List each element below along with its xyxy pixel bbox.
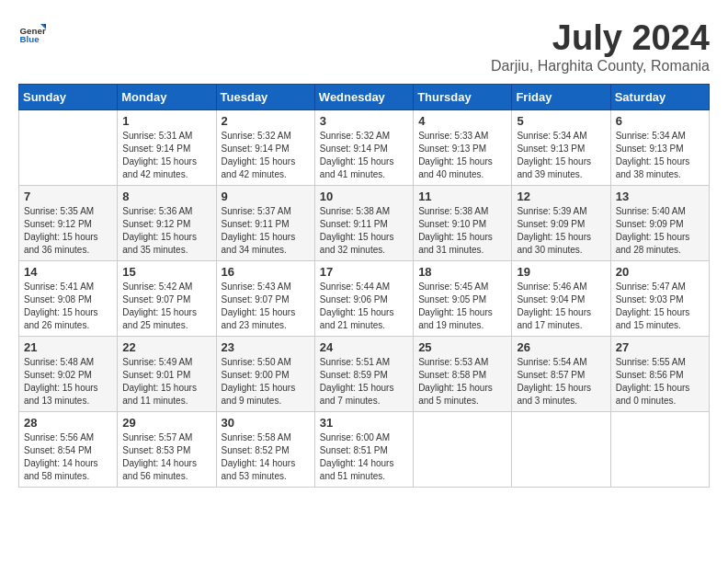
table-row xyxy=(414,412,512,488)
day-info: Sunrise: 5:51 AM Sunset: 8:59 PM Dayligh… xyxy=(320,356,408,408)
day-number: 4 xyxy=(418,114,506,128)
day-number: 10 xyxy=(320,190,408,203)
day-info: Sunrise: 5:53 AM Sunset: 8:58 PM Dayligh… xyxy=(418,356,506,408)
day-info: Sunrise: 5:48 AM Sunset: 9:02 PM Dayligh… xyxy=(24,356,112,408)
table-row xyxy=(512,412,610,488)
day-number: 25 xyxy=(418,340,506,354)
table-row: 5 Sunrise: 5:34 AM Sunset: 9:13 PM Dayli… xyxy=(512,110,610,186)
table-row: 7 Sunrise: 5:35 AM Sunset: 9:12 PM Dayli… xyxy=(19,186,118,261)
table-row: 10 Sunrise: 5:38 AM Sunset: 9:11 PM Dayl… xyxy=(314,186,413,261)
day-info: Sunrise: 5:37 AM Sunset: 9:11 PM Dayligh… xyxy=(222,205,310,257)
day-info: Sunrise: 5:40 AM Sunset: 9:09 PM Dayligh… xyxy=(616,205,704,257)
day-info: Sunrise: 5:31 AM Sunset: 9:14 PM Dayligh… xyxy=(122,130,210,181)
day-number: 6 xyxy=(616,114,704,128)
calendar-week-row: 1 Sunrise: 5:31 AM Sunset: 9:14 PM Dayli… xyxy=(19,110,710,186)
table-row: 13 Sunrise: 5:40 AM Sunset: 9:09 PM Dayl… xyxy=(610,186,709,261)
logo: General Blue xyxy=(18,18,46,46)
day-number: 27 xyxy=(616,340,704,354)
table-row: 26 Sunrise: 5:54 AM Sunset: 8:57 PM Dayl… xyxy=(512,337,610,412)
day-number: 21 xyxy=(24,340,112,354)
table-row: 15 Sunrise: 5:42 AM Sunset: 9:07 PM Dayl… xyxy=(118,261,216,337)
header-thursday: Thursday xyxy=(414,85,512,110)
day-number: 22 xyxy=(122,340,210,354)
day-info: Sunrise: 5:50 AM Sunset: 9:00 PM Dayligh… xyxy=(222,356,310,408)
day-number: 12 xyxy=(517,190,605,203)
table-row: 22 Sunrise: 5:49 AM Sunset: 9:01 PM Dayl… xyxy=(118,337,216,412)
main-title: July 2024 xyxy=(491,18,710,58)
table-row xyxy=(19,110,118,186)
day-info: Sunrise: 5:34 AM Sunset: 9:13 PM Dayligh… xyxy=(517,130,605,181)
calendar-week-row: 21 Sunrise: 5:48 AM Sunset: 9:02 PM Dayl… xyxy=(19,337,710,412)
header-saturday: Saturday xyxy=(610,85,709,110)
table-row: 2 Sunrise: 5:32 AM Sunset: 9:14 PM Dayli… xyxy=(216,110,314,186)
day-info: Sunrise: 5:45 AM Sunset: 9:05 PM Dayligh… xyxy=(418,281,506,332)
calendar-week-row: 14 Sunrise: 5:41 AM Sunset: 9:08 PM Dayl… xyxy=(19,261,710,337)
day-number: 2 xyxy=(222,114,310,128)
table-row: 19 Sunrise: 5:46 AM Sunset: 9:04 PM Dayl… xyxy=(512,261,610,337)
calendar-table: Sunday Monday Tuesday Wednesday Thursday… xyxy=(18,84,710,488)
table-row: 23 Sunrise: 5:50 AM Sunset: 9:00 PM Dayl… xyxy=(216,337,314,412)
table-row: 27 Sunrise: 5:55 AM Sunset: 8:56 PM Dayl… xyxy=(610,337,709,412)
table-row: 12 Sunrise: 5:39 AM Sunset: 9:09 PM Dayl… xyxy=(512,186,610,261)
subtitle: Darjiu, Harghita County, Romania xyxy=(491,58,710,75)
day-info: Sunrise: 5:32 AM Sunset: 9:14 PM Dayligh… xyxy=(320,130,408,181)
day-info: Sunrise: 5:36 AM Sunset: 9:12 PM Dayligh… xyxy=(122,205,210,257)
day-info: Sunrise: 5:42 AM Sunset: 9:07 PM Dayligh… xyxy=(122,281,210,332)
day-info: Sunrise: 5:57 AM Sunset: 8:53 PM Dayligh… xyxy=(122,431,210,483)
day-info: Sunrise: 5:34 AM Sunset: 9:13 PM Dayligh… xyxy=(616,130,704,181)
day-number: 1 xyxy=(122,114,210,128)
table-row xyxy=(610,412,709,488)
day-info: Sunrise: 5:44 AM Sunset: 9:06 PM Dayligh… xyxy=(320,281,408,332)
calendar-week-row: 28 Sunrise: 5:56 AM Sunset: 8:54 PM Dayl… xyxy=(19,412,710,488)
day-number: 19 xyxy=(517,265,605,279)
day-info: Sunrise: 5:32 AM Sunset: 9:14 PM Dayligh… xyxy=(222,130,310,181)
day-info: Sunrise: 5:35 AM Sunset: 9:12 PM Dayligh… xyxy=(24,205,112,257)
logo-icon: General Blue xyxy=(18,18,46,46)
day-info: Sunrise: 5:38 AM Sunset: 9:10 PM Dayligh… xyxy=(418,205,506,257)
table-row: 25 Sunrise: 5:53 AM Sunset: 8:58 PM Dayl… xyxy=(414,337,512,412)
day-info: Sunrise: 5:47 AM Sunset: 9:03 PM Dayligh… xyxy=(616,281,704,332)
table-row: 18 Sunrise: 5:45 AM Sunset: 9:05 PM Dayl… xyxy=(414,261,512,337)
day-number: 23 xyxy=(222,340,310,354)
calendar-week-row: 7 Sunrise: 5:35 AM Sunset: 9:12 PM Dayli… xyxy=(19,186,710,261)
day-info: Sunrise: 6:00 AM Sunset: 8:51 PM Dayligh… xyxy=(320,431,408,483)
day-number: 11 xyxy=(418,190,506,203)
table-row: 20 Sunrise: 5:47 AM Sunset: 9:03 PM Dayl… xyxy=(610,261,709,337)
day-number: 17 xyxy=(320,265,408,279)
day-info: Sunrise: 5:38 AM Sunset: 9:11 PM Dayligh… xyxy=(320,205,408,257)
header-wednesday: Wednesday xyxy=(314,85,413,110)
table-row: 14 Sunrise: 5:41 AM Sunset: 9:08 PM Dayl… xyxy=(19,261,118,337)
table-row: 30 Sunrise: 5:58 AM Sunset: 8:52 PM Dayl… xyxy=(216,412,314,488)
day-number: 5 xyxy=(517,114,605,128)
day-number: 29 xyxy=(122,416,210,430)
day-number: 31 xyxy=(320,416,408,430)
day-number: 14 xyxy=(24,265,112,279)
table-row: 1 Sunrise: 5:31 AM Sunset: 9:14 PM Dayli… xyxy=(118,110,216,186)
table-row: 31 Sunrise: 6:00 AM Sunset: 8:51 PM Dayl… xyxy=(314,412,413,488)
page-header: General Blue July 2024 Darjiu, Harghita … xyxy=(18,18,710,75)
day-number: 9 xyxy=(222,190,310,203)
title-section: July 2024 Darjiu, Harghita County, Roman… xyxy=(491,18,710,75)
header-monday: Monday xyxy=(118,85,216,110)
day-info: Sunrise: 5:55 AM Sunset: 8:56 PM Dayligh… xyxy=(616,356,704,408)
day-number: 8 xyxy=(122,190,210,203)
day-info: Sunrise: 5:56 AM Sunset: 8:54 PM Dayligh… xyxy=(24,431,112,483)
day-info: Sunrise: 5:58 AM Sunset: 8:52 PM Dayligh… xyxy=(222,431,310,483)
table-row: 3 Sunrise: 5:32 AM Sunset: 9:14 PM Dayli… xyxy=(314,110,413,186)
header-sunday: Sunday xyxy=(19,85,118,110)
day-info: Sunrise: 5:39 AM Sunset: 9:09 PM Dayligh… xyxy=(517,205,605,257)
day-number: 24 xyxy=(320,340,408,354)
day-number: 15 xyxy=(122,265,210,279)
table-row: 29 Sunrise: 5:57 AM Sunset: 8:53 PM Dayl… xyxy=(118,412,216,488)
table-row: 9 Sunrise: 5:37 AM Sunset: 9:11 PM Dayli… xyxy=(216,186,314,261)
table-row: 4 Sunrise: 5:33 AM Sunset: 9:13 PM Dayli… xyxy=(414,110,512,186)
calendar-header-row: Sunday Monday Tuesday Wednesday Thursday… xyxy=(19,85,710,110)
day-number: 13 xyxy=(616,190,704,203)
day-info: Sunrise: 5:41 AM Sunset: 9:08 PM Dayligh… xyxy=(24,281,112,332)
day-number: 28 xyxy=(24,416,112,430)
table-row: 6 Sunrise: 5:34 AM Sunset: 9:13 PM Dayli… xyxy=(610,110,709,186)
table-row: 21 Sunrise: 5:48 AM Sunset: 9:02 PM Dayl… xyxy=(19,337,118,412)
table-row: 28 Sunrise: 5:56 AM Sunset: 8:54 PM Dayl… xyxy=(19,412,118,488)
day-number: 7 xyxy=(24,190,112,203)
table-row: 11 Sunrise: 5:38 AM Sunset: 9:10 PM Dayl… xyxy=(414,186,512,261)
